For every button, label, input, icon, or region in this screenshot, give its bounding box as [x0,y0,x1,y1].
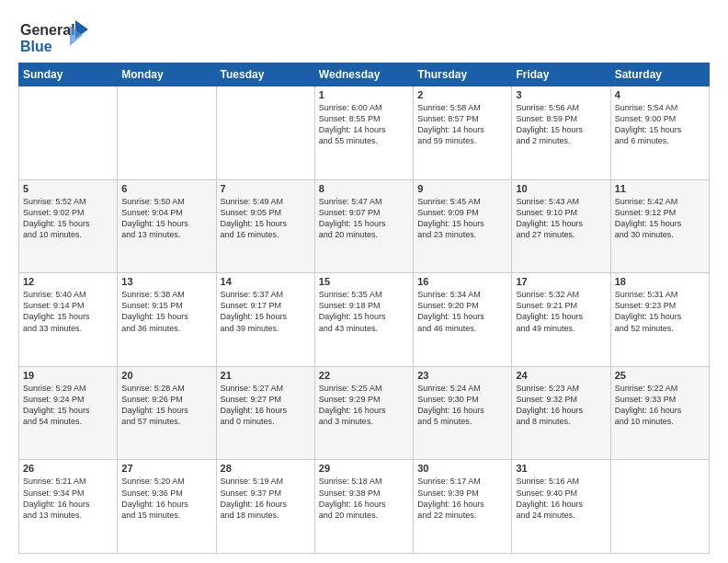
cell-info: Sunset: 9:20 PM [417,300,507,311]
svg-text:Blue: Blue [20,39,52,54]
cell-info: Sunrise: 5:56 AM [516,102,606,113]
cell-info: Sunrise: 5:38 AM [121,289,211,300]
cell-info: Sunrise: 5:21 AM [23,476,113,487]
calendar-cell: 6Sunrise: 5:50 AMSunset: 9:04 PMDaylight… [118,179,216,273]
day-number: 7 [221,183,311,194]
calendar-cell [610,460,709,554]
cell-info: Sunrise: 5:34 AM [417,289,507,300]
cell-info: Daylight: 15 hours [615,311,705,322]
cell-info: and 57 minutes. [121,416,211,427]
day-number: 11 [615,183,705,194]
day-number: 13 [121,276,211,287]
day-number: 15 [319,276,409,287]
cell-info: Sunset: 9:02 PM [23,207,113,218]
cell-info: Daylight: 16 hours [121,499,211,510]
cell-info: and 10 minutes. [615,416,705,427]
cell-info: Sunset: 9:30 PM [417,394,507,405]
cell-info: and 6 minutes. [615,135,705,146]
day-number: 1 [319,89,409,100]
cell-info: and 27 minutes. [516,229,606,240]
cell-info: and 2 minutes. [516,135,606,146]
day-number: 16 [417,276,507,287]
cell-info: Daylight: 16 hours [221,499,311,510]
cell-info: and 13 minutes. [23,510,113,521]
cell-info: Sunrise: 5:27 AM [221,383,311,394]
cell-info: Sunset: 9:15 PM [121,300,211,311]
cell-info: Sunset: 9:36 PM [121,488,211,499]
calendar-table: SundayMondayTuesdayWednesdayThursdayFrid… [18,63,710,554]
day-number: 24 [516,370,606,381]
cell-info: Sunset: 9:12 PM [615,207,705,218]
header: GeneralBlue [18,18,710,55]
calendar-cell: 20Sunrise: 5:28 AMSunset: 9:26 PMDayligh… [118,366,216,460]
calendar-cell: 13Sunrise: 5:38 AMSunset: 9:15 PMDayligh… [118,273,216,367]
cell-info: Daylight: 15 hours [121,218,211,229]
cell-info: Daylight: 14 hours [417,124,507,135]
calendar-day-header: Thursday [414,63,512,86]
cell-info: Daylight: 15 hours [23,405,113,416]
cell-info: and 36 minutes. [121,323,211,334]
cell-info: and 20 minutes. [319,229,409,240]
day-number: 25 [615,370,705,381]
cell-info: and 52 minutes. [615,323,705,334]
calendar-cell: 9Sunrise: 5:45 AMSunset: 9:09 PMDaylight… [414,179,512,273]
cell-info: Daylight: 15 hours [319,218,409,229]
cell-info: Sunset: 9:09 PM [417,207,507,218]
cell-info: and 0 minutes. [221,416,311,427]
calendar-day-header: Tuesday [216,63,314,86]
calendar-cell: 8Sunrise: 5:47 AMSunset: 9:07 PMDaylight… [314,179,413,273]
calendar-day-header: Wednesday [314,63,413,86]
cell-info: Daylight: 15 hours [516,218,606,229]
cell-info: Sunset: 9:07 PM [319,207,409,218]
day-number: 21 [221,370,311,381]
calendar-cell: 16Sunrise: 5:34 AMSunset: 9:20 PMDayligh… [414,273,512,367]
cell-info: Sunset: 9:21 PM [516,300,606,311]
cell-info: Sunrise: 5:32 AM [516,289,606,300]
cell-info: and 16 minutes. [221,229,311,240]
cell-info: Sunrise: 5:18 AM [319,476,409,487]
cell-info: Daylight: 16 hours [23,499,113,510]
logo: GeneralBlue [18,18,92,55]
cell-info: Sunset: 8:57 PM [417,113,507,124]
cell-info: and 15 minutes. [121,510,211,521]
cell-info: and 33 minutes. [23,323,113,334]
cell-info: Sunset: 9:00 PM [615,113,705,124]
cell-info: and 5 minutes. [417,416,507,427]
cell-info: Daylight: 15 hours [615,218,705,229]
calendar-cell: 11Sunrise: 5:42 AMSunset: 9:12 PMDayligh… [610,179,709,273]
cell-info: and 20 minutes. [319,510,409,521]
cell-info: Sunset: 9:33 PM [615,394,705,405]
calendar-cell: 31Sunrise: 5:16 AMSunset: 9:40 PMDayligh… [512,460,610,554]
calendar-day-header: Friday [512,63,610,86]
cell-info: Daylight: 16 hours [516,405,606,416]
calendar-day-header: Monday [118,63,216,86]
cell-info: Sunrise: 5:40 AM [23,289,113,300]
cell-info: Sunrise: 5:52 AM [23,196,113,207]
cell-info: Sunrise: 5:19 AM [221,476,311,487]
cell-info: Sunset: 9:23 PM [615,300,705,311]
cell-info: Sunset: 9:37 PM [221,488,311,499]
cell-info: Sunset: 9:04 PM [121,207,211,218]
cell-info: and 10 minutes. [23,229,113,240]
calendar-cell: 4Sunrise: 5:54 AMSunset: 9:00 PMDaylight… [610,86,709,180]
cell-info: and 24 minutes. [516,510,606,521]
day-number: 27 [121,463,211,474]
calendar-cell: 18Sunrise: 5:31 AMSunset: 9:23 PMDayligh… [610,273,709,367]
cell-info: Sunset: 9:14 PM [23,300,113,311]
cell-info: Sunset: 8:55 PM [319,113,409,124]
cell-info: Sunrise: 5:50 AM [121,196,211,207]
calendar-header-row: SundayMondayTuesdayWednesdayThursdayFrid… [19,63,710,86]
cell-info: Daylight: 15 hours [121,405,211,416]
day-number: 26 [23,463,113,474]
cell-info: Sunrise: 5:24 AM [417,383,507,394]
cell-info: Daylight: 15 hours [417,218,507,229]
cell-info: Daylight: 15 hours [319,311,409,322]
cell-info: Daylight: 14 hours [319,124,409,135]
cell-info: Sunrise: 5:43 AM [516,196,606,207]
calendar-cell: 24Sunrise: 5:23 AMSunset: 9:32 PMDayligh… [512,366,610,460]
calendar-cell: 26Sunrise: 5:21 AMSunset: 9:34 PMDayligh… [19,460,118,554]
calendar-cell: 5Sunrise: 5:52 AMSunset: 9:02 PMDaylight… [19,179,118,273]
calendar-cell: 29Sunrise: 5:18 AMSunset: 9:38 PMDayligh… [314,460,413,554]
cell-info: and 43 minutes. [319,323,409,334]
cell-info: Sunset: 9:24 PM [23,394,113,405]
